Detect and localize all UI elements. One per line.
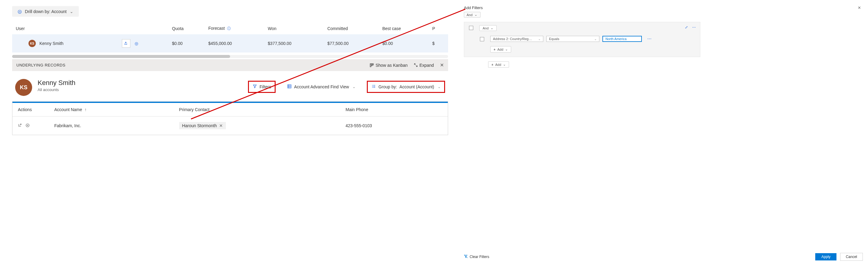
filter-group: ⤢ ⋯ And ⌄ Address 2: Country/Reg… ⌄ Equa…: [464, 22, 700, 57]
share-button[interactable]: [122, 39, 130, 48]
forecast-table: User Quota Forecast ⓘ Won Committed Best…: [12, 23, 448, 53]
svg-rect-3: [288, 85, 291, 88]
records-grid: Actions Account Name ↑ Primary Contact M…: [12, 101, 448, 135]
section-title: UNDERLYING RECORDS: [17, 63, 65, 68]
user-name: Kenny Smith: [39, 41, 63, 46]
col-main-phone[interactable]: Main Phone: [340, 103, 448, 116]
root-operator-button[interactable]: And ⌄: [464, 12, 480, 18]
chevron-down-icon: ⌄: [538, 37, 540, 41]
cell-bestcase: $0.00: [379, 34, 429, 53]
apply-button[interactable]: Apply: [815, 253, 836, 261]
col-forecast[interactable]: Forecast ⓘ: [205, 23, 264, 34]
cell-account-name: Fabrikam, Inc.: [49, 116, 174, 135]
chevron-down-icon: ⌄: [438, 85, 440, 89]
group-icon: [371, 84, 376, 89]
table-icon: [287, 84, 292, 89]
col-committed[interactable]: Committed: [324, 23, 379, 34]
clear-filter-icon: [464, 255, 468, 259]
cell-forecast: $455,000.00: [205, 34, 264, 53]
chevron-down-icon: ⌄: [594, 37, 597, 41]
detail-name: Kenny Smith: [38, 79, 75, 87]
svg-rect-2: [373, 63, 373, 65]
view-selector-button[interactable]: Account Advanced Find View ⌄: [283, 82, 359, 92]
col-user[interactable]: User: [12, 23, 118, 34]
field-select[interactable]: Address 2: Country/Reg… ⌄: [490, 36, 543, 42]
row-more-icon[interactable]: ⋯: [647, 36, 652, 41]
target-button[interactable]: ◎: [132, 39, 141, 48]
col-actions[interactable]: Actions: [12, 103, 49, 116]
table-row[interactable]: Fabrikam, Inc. Haroun Stormonth ✕ 423-55…: [12, 116, 448, 135]
plus-icon: +: [492, 63, 493, 67]
cell-won: $377,500.00: [264, 34, 323, 53]
horizontal-scrollbar[interactable]: [12, 55, 448, 58]
add-condition-button[interactable]: + Add ⌄: [490, 46, 511, 53]
detail-avatar: KS: [15, 79, 32, 96]
filter-icon: [252, 84, 257, 89]
svg-rect-0: [370, 63, 371, 67]
close-icon[interactable]: ✕: [858, 5, 861, 10]
contact-chip[interactable]: Haroun Stormonth ✕: [179, 122, 226, 129]
row-checkbox[interactable]: [480, 37, 484, 41]
expand-button[interactable]: Expand: [414, 63, 434, 68]
group-more-icon[interactable]: ⋯: [692, 25, 696, 29]
filters-panel-title: Add Filters: [464, 5, 483, 10]
col-account-name[interactable]: Account Name ↑: [49, 103, 174, 116]
add-group-button[interactable]: + Add ⌄: [488, 61, 509, 68]
info-icon: ⓘ: [227, 26, 231, 31]
drill-down-button[interactable]: ◎ Drill down by: Account ⌄: [12, 6, 79, 17]
show-as-kanban-button[interactable]: Show as Kanban: [370, 63, 408, 68]
add-record-icon[interactable]: [26, 123, 30, 128]
user-avatar: KS: [29, 40, 36, 47]
remove-chip-icon[interactable]: ✕: [219, 123, 223, 128]
scroll-thumb[interactable]: [12, 55, 230, 58]
open-record-icon[interactable]: [18, 123, 22, 128]
value-input[interactable]: North America: [602, 36, 642, 42]
cell-quota: $0.00: [168, 34, 205, 53]
forecast-row[interactable]: KS Kenny Smith ◎ $0.00 $455,000.00 $377,…: [12, 34, 448, 53]
chevron-down-icon: ⌄: [352, 85, 355, 89]
clear-filters-button[interactable]: Clear Filters: [464, 255, 489, 259]
sort-asc-icon: ↑: [85, 107, 87, 112]
cell-committed: $77,500.00: [324, 34, 379, 53]
cancel-button[interactable]: Cancel: [840, 253, 863, 261]
group-checkbox[interactable]: [469, 26, 473, 30]
chevron-down-icon: ⌄: [474, 13, 477, 17]
col-pipeline[interactable]: P: [429, 23, 448, 34]
cell-main-phone: 423-555-0103: [340, 116, 448, 135]
col-bestcase[interactable]: Best case: [379, 23, 429, 34]
filter-row: Address 2: Country/Reg… ⌄ Equals ⌄ North…: [490, 36, 696, 42]
expand-group-icon[interactable]: ⤢: [685, 25, 688, 29]
col-primary-contact[interactable]: Primary Contact: [174, 103, 340, 116]
col-won[interactable]: Won: [264, 23, 323, 34]
cell-pipeline: $: [429, 34, 448, 53]
underlying-records-bar: UNDERLYING RECORDS Show as Kanban Expand…: [12, 59, 448, 71]
chevron-down-icon: ⌄: [505, 47, 508, 51]
group-operator-button[interactable]: And ⌄: [479, 25, 497, 31]
chevron-down-icon: ⌄: [503, 62, 506, 67]
drill-down-label: Drill down by: Account: [25, 9, 67, 14]
filters-button[interactable]: Filters: [248, 81, 276, 93]
detail-subtitle: All accounts: [38, 87, 75, 92]
group-by-button[interactable]: Group by: Account (Account) ⌄: [367, 81, 445, 93]
col-quota[interactable]: Quota: [168, 23, 205, 34]
chevron-down-icon: ⌄: [491, 26, 493, 30]
operator-select[interactable]: Equals ⌄: [546, 36, 599, 42]
svg-rect-1: [371, 63, 372, 65]
target-icon: ◎: [18, 8, 22, 14]
close-icon[interactable]: ✕: [440, 62, 444, 68]
plus-icon: +: [494, 48, 495, 51]
chevron-down-icon: ⌄: [70, 9, 73, 14]
